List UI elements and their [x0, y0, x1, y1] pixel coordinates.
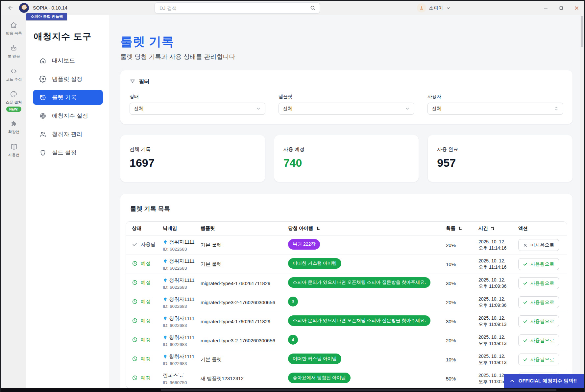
back-button[interactable]	[7, 5, 14, 11]
chevron-up-icon	[509, 378, 515, 384]
sidebar-item-template-settings[interactable]: 템플릿 설정	[33, 71, 103, 86]
clock-icon	[132, 299, 138, 305]
home-icon	[10, 21, 17, 29]
sidebar-item-shield-settings[interactable]: 실드 설정	[33, 145, 103, 160]
column-header[interactable]: 당첨 아이템	[288, 222, 446, 236]
action-button[interactable]: 미사용으로	[518, 239, 559, 251]
new-badge: NEW!	[6, 107, 21, 112]
status-select[interactable]: 전체	[130, 103, 265, 115]
iconbar-item-spoon-capture[interactable]: 스푼 캡처 NEW!	[6, 90, 22, 112]
stat-label: 전체 기록	[130, 146, 256, 153]
sidebar-item-score-settings[interactable]: 애청지수 설정	[33, 108, 103, 123]
page-title: 룰렛 기록	[120, 35, 573, 49]
bundle-pack-tab[interactable]: 소피아 통합 번들팩	[26, 13, 67, 20]
iconbar-item-code-edit[interactable]: 코드 수정	[6, 67, 22, 82]
template-select[interactable]: 전체	[279, 103, 414, 115]
sort-icon	[458, 226, 463, 231]
chevron-down-icon	[446, 6, 451, 11]
template-name: 기본 룰렛	[201, 235, 288, 255]
check-icon	[132, 241, 138, 247]
column-header: 닉네임	[163, 222, 201, 236]
table-row: 예정 청취자1111 ID: 6022683 migrated-type3-2-…	[126, 331, 567, 350]
check-icon	[523, 338, 528, 343]
sidebar-item-roulette-history[interactable]: 룰렛 기록	[33, 90, 103, 105]
check-icon	[523, 281, 528, 286]
action-button[interactable]: 사용됨으로	[518, 334, 559, 346]
table-row: 예정 린피스˙ᴗ˙ ID: 9660750 새 템플릿12312312 좋아요에…	[126, 369, 567, 388]
iconbar-item-usage-guide[interactable]: 사용법	[8, 143, 20, 158]
user-id: ID: 6022683	[163, 361, 201, 366]
status-badge: 예정	[132, 318, 151, 324]
template-name: migrated-type4-1760261711829	[201, 274, 288, 293]
search-input[interactable]	[155, 5, 310, 11]
stat-value: 1697	[130, 157, 256, 169]
maximize-button[interactable]	[558, 5, 564, 11]
gem-icon	[163, 278, 168, 283]
close-button[interactable]	[574, 5, 579, 11]
sidebar-item-label: 청취자 관리	[52, 130, 82, 138]
app-title: SOPIA - 0.10.14	[33, 5, 67, 11]
nickname: 청취자1111	[169, 258, 195, 265]
official-notification[interactable]: OFFICIAL 애청지수 임박!!	[504, 374, 584, 388]
horizontal-scrollbar[interactable]	[1, 388, 584, 392]
code-icon	[10, 67, 17, 75]
selected-value: 전체	[283, 106, 293, 112]
action-button[interactable]: 사용됨으로	[518, 277, 559, 289]
app-window: SOPIA - 0.10.14 소피아 소피아 통합 번들팩 방송 목록 봇 반…	[0, 0, 585, 392]
column-header: 템플릿	[201, 222, 288, 236]
puzzle-icon	[10, 120, 18, 128]
vertical-scrollbar[interactable]	[580, 15, 584, 388]
user-id: ID: 6022683	[163, 266, 201, 271]
scrollbar-thumb[interactable]	[581, 16, 583, 47]
action-button[interactable]: 사용됨으로	[518, 315, 559, 327]
filter-header: 필터	[130, 78, 563, 85]
user-menu[interactable]: 소피아	[417, 1, 451, 15]
iconbar-item-bot-reaction[interactable]: 봇 반응	[8, 44, 20, 59]
user-select[interactable]: 전체	[427, 103, 563, 115]
template-name: migrated-type3-2-1760260300656	[201, 331, 288, 350]
table-row: 사용됨 청취자1111 ID: 6022683 기본 룰렛 복권 222장 20…	[126, 235, 567, 255]
person-icon	[419, 5, 424, 11]
selected-value: 전체	[134, 106, 144, 112]
iconbar: 방송 목록 봇 반응 코드 수정 스푼 캡처 NEW! 확장앱 사용법	[1, 15, 26, 392]
prize-item-badge: 복권 222장	[288, 239, 320, 250]
sidebar-nav: 대시보드 템플릿 설정 룰렛 기록 애청지수 설정 청취자 관리 실드 설정	[26, 53, 110, 160]
column-header[interactable]: 시간	[478, 222, 518, 236]
filter-field-template: 템플릿 전체	[279, 94, 414, 115]
table-row: 예정 청취자1111 ID: 6022683 migrated-type3-2-…	[126, 293, 567, 312]
window-controls	[543, 1, 579, 15]
action-button[interactable]: 사용됨으로	[518, 296, 559, 308]
iconbar-item-extensions[interactable]: 확장앱	[8, 120, 20, 135]
app-logo	[19, 3, 29, 13]
probability: 30%	[446, 274, 478, 293]
filter-field-user: 사용자 전체	[427, 94, 563, 115]
gem-icon	[163, 297, 168, 302]
sidebar-item-listener-management[interactable]: 청취자 관리	[33, 127, 103, 142]
scrollbar-thumb[interactable]	[161, 389, 556, 391]
table-row: 예정 청취자1111 ID: 6022683 기본 룰렛 어떠한 커스텀 아이템…	[126, 255, 567, 274]
action-button[interactable]: 사용됨으로	[518, 354, 559, 365]
records-table: 상태 닉네임 템플릿 당첨 아이템 확률 시간 액션 사용됨 청취자1111 I…	[126, 221, 567, 388]
user-id: ID: 6022683	[163, 342, 201, 347]
timestamp: 2025. 10. 12.오후 11:09:13	[478, 331, 518, 350]
iconbar-item-broadcast-list[interactable]: 방송 목록	[6, 21, 22, 36]
sort-icon	[316, 226, 321, 231]
table-row: 예정 청취자1111 ID: 6022683 migrated-type4-17…	[126, 274, 567, 293]
timestamp: 2025. 10. 12.오후 11:09:36	[478, 274, 518, 293]
minimize-button[interactable]	[543, 5, 548, 11]
nickname: 청취자1111	[169, 296, 195, 303]
search-icon[interactable]	[310, 5, 316, 11]
chevron-down-icon	[256, 106, 261, 111]
action-button[interactable]: 사용됨으로	[518, 258, 559, 270]
column-header[interactable]: 확률	[446, 222, 478, 236]
template-name: 기본 룰렛	[201, 350, 288, 369]
sidebar-item-dashboard[interactable]: 대시보드	[33, 53, 103, 68]
column-header: 액션	[518, 222, 567, 236]
dj-search-box[interactable]	[155, 2, 320, 13]
clock-icon	[132, 280, 138, 285]
roulette-list-card: 룰렛 기록 목록 상태 닉네임 템플릿 당첨 아이템 확률 시간 액션 사용	[120, 194, 573, 392]
timestamp: 2025. 10. 12.오후 11:09:13	[478, 350, 518, 369]
filter-icon	[130, 79, 135, 85]
status-badge: 예정	[132, 375, 151, 381]
check-icon	[523, 357, 528, 362]
